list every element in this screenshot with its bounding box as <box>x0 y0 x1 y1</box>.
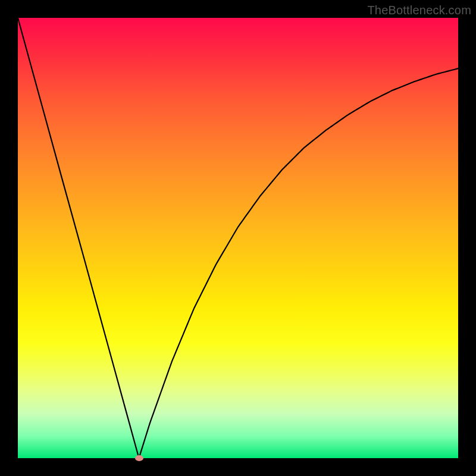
minimum-marker <box>135 455 143 461</box>
plot-area <box>18 18 458 458</box>
chart-frame: TheBottleneck.com <box>0 0 476 476</box>
watermark-text: TheBottleneck.com <box>367 4 471 17</box>
curve-layer <box>18 18 458 458</box>
curve-right-branch <box>139 68 459 458</box>
curve-left-branch <box>18 18 139 458</box>
